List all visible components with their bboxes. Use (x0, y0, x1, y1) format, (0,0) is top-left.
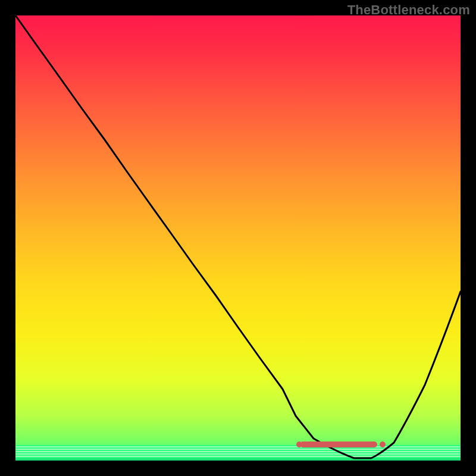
chart-stage: TheBottleneck.com (0, 0, 476, 476)
trough-marker-bar (300, 441, 377, 447)
curve-path (15, 15, 461, 458)
line-curve (15, 15, 461, 461)
plot-area (15, 15, 461, 461)
trough-marker-right-dot (380, 441, 386, 447)
